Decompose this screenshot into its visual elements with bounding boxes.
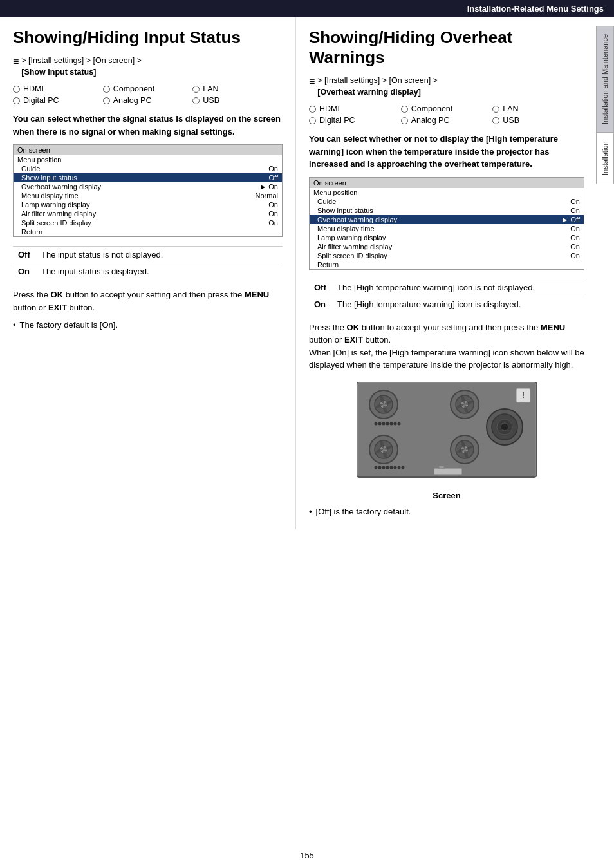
projector-illustration: ! — [357, 382, 537, 488]
svg-point-21 — [386, 466, 389, 469]
onscreen-row-menu-position-l: Menu position — [14, 155, 282, 164]
svg-point-5 — [375, 422, 378, 425]
left-bullet: • The factory default is [On]. — [13, 320, 283, 330]
right-onscreen-menu: On screen Menu position Guide On Show in… — [309, 177, 584, 270]
r-radio-hdmi — [309, 106, 316, 113]
table-row: Off The [High temperature warning] icon … — [309, 279, 584, 296]
right-section-title: Showing/Hiding Overheat Warnings — [309, 28, 584, 68]
onscreen-row-split-l: Split screen ID display On — [14, 218, 282, 227]
svg-rect-35 — [434, 468, 462, 475]
svg-point-9 — [390, 422, 393, 425]
r-input-lan: LAN — [492, 104, 584, 113]
radio-digital-pc — [13, 97, 20, 104]
r-radio-analog-pc — [401, 117, 408, 124]
left-bold-desc: You can select whether the signal status… — [13, 113, 283, 138]
svg-point-19 — [378, 466, 382, 469]
svg-point-32 — [501, 423, 508, 431]
r-input-usb: USB — [492, 116, 584, 125]
onscreen-row-guide-r: Guide On — [310, 197, 584, 206]
onscreen-row-air-l: Air filter warning display On — [14, 209, 282, 218]
left-column: Showing/Hiding Input Status ≡ > [Install… — [0, 17, 296, 529]
radio-lan — [192, 86, 200, 93]
left-onscreen-menu: On screen Menu position Guide On Show in… — [13, 144, 283, 237]
side-tabs: Installation and Maintenance Installatio… — [596, 26, 614, 184]
onscreen-row-menu-time-l: Menu display time Normal — [14, 191, 282, 200]
svg-point-22 — [390, 466, 393, 469]
screen-image-container: ! Screen — [309, 382, 584, 500]
table-row: Off The input status is not displayed. — [13, 247, 283, 263]
r-input-component: Component — [401, 104, 493, 113]
right-press-ok: Press the OK button to accept your setti… — [309, 321, 584, 372]
onscreen-row-split-r: Split screen ID display On — [310, 251, 584, 260]
right-column: Showing/Hiding Overheat Warnings ≡ > [In… — [296, 17, 595, 529]
right-breadcrumb-text: > [Install settings] > [On screen] > [Ov… — [317, 75, 438, 98]
left-breadcrumb: ≡ > [Install settings] > [On screen] > [… — [13, 55, 283, 78]
radio-component — [103, 86, 110, 93]
svg-rect-36 — [439, 466, 444, 469]
screen-label: Screen — [433, 491, 460, 500]
svg-point-10 — [394, 422, 397, 425]
svg-point-24 — [398, 466, 401, 469]
svg-text:!: ! — [522, 391, 525, 400]
table-row: On The input status is displayed. — [13, 263, 283, 280]
onscreen-row-return-l: Return — [14, 227, 282, 236]
input-usb: USB — [192, 96, 283, 105]
svg-point-25 — [402, 466, 405, 469]
side-tab-installation-maintenance: Installation and Maintenance — [596, 26, 614, 133]
r-input-analog-pc: Analog PC — [401, 116, 493, 125]
r-input-hdmi: HDMI — [309, 104, 401, 113]
radio-hdmi — [13, 86, 20, 93]
svg-point-11 — [398, 422, 401, 425]
left-press-ok: Press the OK button to accept your setti… — [13, 288, 283, 314]
onscreen-row-show-input-r: Show input status On — [310, 206, 584, 215]
right-setting-table: Off The [High temperature warning] icon … — [309, 279, 584, 312]
onscreen-row-air-r: Air filter warning display On — [310, 242, 584, 251]
page-number: 155 — [300, 851, 314, 860]
onscreen-row-overheat-l: Overheat warning display ► On — [14, 182, 282, 191]
r-input-digital-pc: Digital PC — [309, 116, 401, 125]
side-tab-installation: Installation — [596, 133, 614, 184]
onscreen-row-overheat-r: Overheat warning display ► Off — [310, 215, 584, 224]
r-radio-component — [401, 106, 408, 113]
onscreen-row-guide-l: Guide On — [14, 164, 282, 173]
r-radio-usb — [492, 117, 499, 124]
svg-point-18 — [375, 466, 378, 469]
right-onscreen-title: On screen — [310, 178, 584, 188]
main-content: Showing/Hiding Input Status ≡ > [Install… — [0, 17, 614, 529]
r-radio-lan — [492, 106, 499, 113]
menu-icon-right: ≡ — [309, 76, 315, 88]
right-bold-desc: You can select whether or not to display… — [309, 133, 584, 171]
input-analog-pc: Analog PC — [103, 96, 193, 105]
radio-usb — [192, 97, 200, 104]
table-row: On The [High temperature warning] icon i… — [309, 296, 584, 312]
onscreen-row-menu-time-r: Menu display time On — [310, 224, 584, 233]
right-bullet: • [Off] is the factory default. — [309, 507, 584, 516]
onscreen-row-return-r: Return — [310, 260, 584, 269]
left-onscreen-title: On screen — [14, 145, 282, 155]
input-component: Component — [103, 84, 193, 93]
input-digital-pc: Digital PC — [13, 96, 103, 105]
left-section-title: Showing/Hiding Input Status — [13, 28, 283, 48]
left-setting-table: Off The input status is not displayed. O… — [13, 246, 283, 279]
left-breadcrumb-text: > [Install settings] > [On screen] > [Sh… — [21, 55, 142, 78]
input-hdmi: HDMI — [13, 84, 103, 93]
right-breadcrumb: ≡ > [Install settings] > [On screen] > [… — [309, 75, 584, 98]
onscreen-row-lamp-r: Lamp warning display On — [310, 233, 584, 242]
onscreen-row-menu-position-r: Menu position — [310, 188, 584, 197]
svg-point-8 — [386, 422, 389, 425]
menu-icon-left: ≡ — [13, 56, 19, 68]
svg-point-23 — [394, 466, 397, 469]
input-lan: LAN — [192, 84, 283, 93]
header-title: Installation-Related Menu Settings — [467, 4, 604, 14]
onscreen-row-show-input-l: Show input status Off — [14, 173, 282, 182]
header-bar: Installation-Related Menu Settings — [0, 0, 614, 17]
svg-point-7 — [382, 422, 386, 425]
right-input-grid: HDMI Component LAN Digital PC Analog PC … — [309, 104, 584, 125]
onscreen-row-lamp-l: Lamp warning display On — [14, 200, 282, 209]
svg-point-6 — [378, 422, 382, 425]
svg-point-20 — [382, 466, 386, 469]
radio-analog-pc — [103, 97, 110, 104]
r-radio-digital-pc — [309, 117, 316, 124]
left-input-grid: HDMI Component LAN Digital PC Analog PC … — [13, 84, 283, 105]
